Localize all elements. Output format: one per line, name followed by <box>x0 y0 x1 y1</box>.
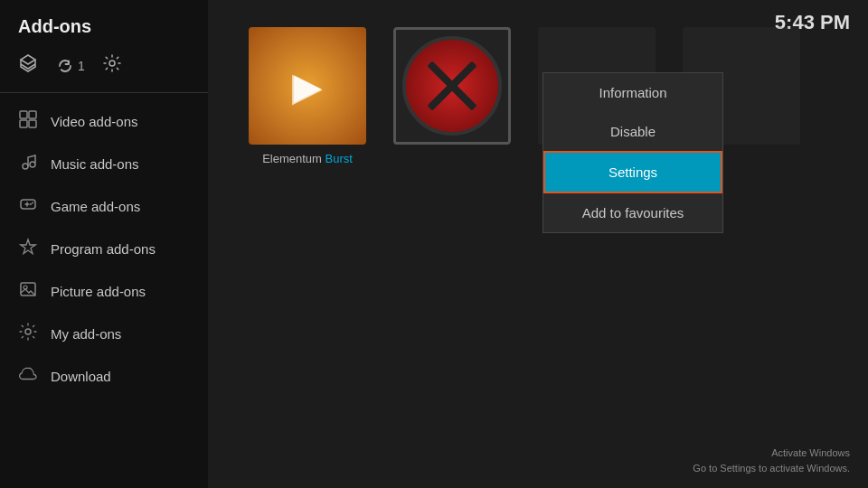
svg-point-0 <box>109 61 115 66</box>
sidebar-label-picture-addons: Picture add-ons <box>51 284 146 299</box>
sidebar-label-my-addons: My add-ons <box>51 326 121 342</box>
sidebar-label-program-addons: Program add-ons <box>51 241 156 257</box>
updates-badge[interactable]: 1 <box>56 57 85 75</box>
svg-rect-1 <box>20 111 27 118</box>
svg-rect-2 <box>29 111 36 118</box>
settings-top-icon[interactable] <box>103 54 121 77</box>
context-item-information[interactable]: Information <box>543 73 722 112</box>
main-content: 5:43 PM ▶ Elementum Burst <box>208 0 868 488</box>
sidebar-label-music-addons: Music add-ons <box>51 156 139 172</box>
win-activate-line2: Go to Settings to activate Windows. <box>693 461 850 476</box>
burst-x-icon <box>425 59 479 113</box>
context-menu: Information Disable Settings Add to favo… <box>542 72 723 233</box>
sidebar-item-program-addons[interactable]: Program add-ons <box>0 228 208 270</box>
context-item-disable[interactable]: Disable <box>543 112 722 151</box>
addon-label-elementum: Elementum Burst <box>262 152 353 165</box>
page-title: Add-ons <box>0 0 208 46</box>
sidebar: Add-ons 1 <box>0 0 208 488</box>
addon-card-elementum[interactable]: ▶ Elementum Burst <box>244 27 371 165</box>
sidebar-divider <box>0 92 208 93</box>
context-item-add-to-favourites[interactable]: Add to favourites <box>543 193 722 232</box>
program-addons-icon <box>18 238 38 260</box>
sidebar-item-music-addons[interactable]: Music add-ons <box>0 143 208 185</box>
sidebar-item-my-addons[interactable]: My add-ons <box>0 313 208 355</box>
win-activate-line1: Activate Windows <box>693 446 850 461</box>
game-addons-icon <box>18 195 38 218</box>
addon-thumb-elementum: ▶ <box>249 27 366 145</box>
music-addons-icon <box>18 153 38 175</box>
updates-count: 1 <box>78 59 85 73</box>
sidebar-item-video-addons[interactable]: Video add-ons <box>0 100 208 143</box>
picture-addons-icon <box>18 280 38 303</box>
sidebar-item-download[interactable]: Download <box>0 355 208 398</box>
context-item-settings[interactable]: Settings <box>543 151 722 193</box>
svg-rect-4 <box>29 120 36 127</box>
addon-grid: ▶ Elementum Burst <box>208 0 868 183</box>
svg-point-9 <box>32 202 33 204</box>
svg-point-8 <box>30 203 32 205</box>
svg-point-12 <box>25 329 31 334</box>
download-icon <box>18 365 38 388</box>
svg-point-5 <box>23 164 28 169</box>
box-icon[interactable] <box>18 53 38 78</box>
addon-card-burst[interactable] <box>389 27 515 165</box>
svg-point-6 <box>30 162 35 167</box>
windows-activation: Activate Windows Go to Settings to activ… <box>693 446 850 475</box>
svg-rect-3 <box>20 120 27 127</box>
burst-inner <box>402 36 502 136</box>
addon-thumb-burst <box>393 27 511 145</box>
sidebar-label-game-addons: Game add-ons <box>51 199 140 214</box>
my-addons-icon <box>18 323 38 345</box>
sidebar-item-picture-addons[interactable]: Picture add-ons <box>0 270 208 313</box>
sidebar-label-video-addons: Video add-ons <box>51 114 137 129</box>
sidebar-label-download: Download <box>51 369 111 384</box>
top-icons-bar: 1 <box>0 46 208 92</box>
sidebar-item-game-addons[interactable]: Game add-ons <box>0 185 208 228</box>
video-addons-icon <box>18 110 38 133</box>
